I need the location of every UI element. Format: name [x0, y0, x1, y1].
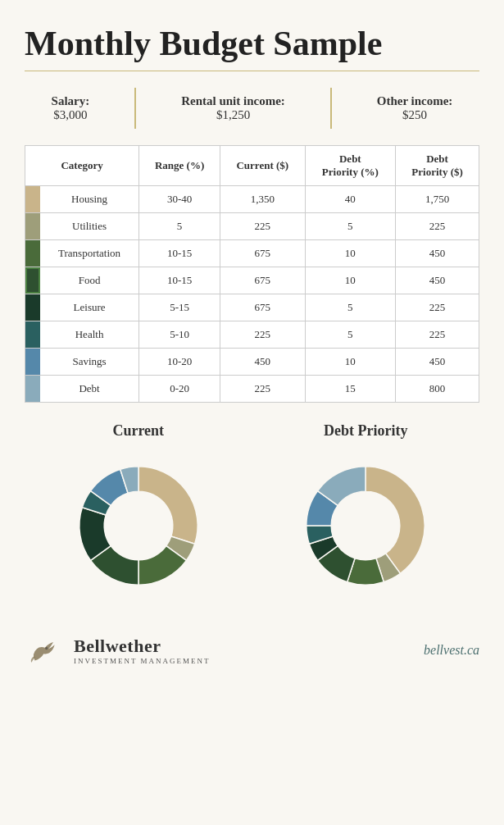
td-current: 675 [220, 294, 305, 321]
current-donut-chart [61, 448, 216, 604]
th-dp-dollar: DebtPriority ($) [396, 146, 479, 186]
th-category: Category [25, 146, 139, 186]
website-link: bellvest.ca [424, 643, 479, 658]
rental-amount: $1,250 [181, 108, 285, 122]
debt-chart-title: Debt Priority [324, 422, 407, 440]
color-swatch [25, 213, 40, 239]
td-category-savings: Savings [25, 349, 139, 376]
td-current: 675 [220, 240, 305, 267]
td-current: 675 [220, 267, 305, 294]
td-dp_pct: 5 [305, 294, 396, 321]
page-title: Monthly Budget Sample [25, 25, 479, 62]
other-amount: $250 [377, 108, 453, 122]
table-row: Housing30-401,350401,750 [25, 186, 479, 213]
td-dp_pct: 5 [305, 321, 396, 349]
footer: Bellwether Investment Management bellves… [25, 623, 479, 671]
td-range: 10-20 [139, 349, 220, 376]
td-dp_pct: 40 [305, 186, 396, 213]
category-name: Housing [40, 186, 138, 212]
color-swatch [25, 267, 40, 294]
td-category-transportation: Transportation [25, 240, 139, 267]
debt-chart-container: Debt Priority [288, 422, 443, 604]
category-name: Food [40, 267, 138, 294]
td-category-housing: Housing [25, 186, 139, 213]
td-dp_pct: 15 [305, 376, 396, 403]
td-current: 1,350 [220, 186, 305, 213]
category-name: Transportation [40, 240, 138, 267]
brand-text: Bellwether Investment Management [74, 636, 211, 665]
td-category-debt: Debt [25, 376, 139, 403]
table-row: Health5-102255225 [25, 321, 479, 349]
td-dp_dollar: 800 [396, 376, 479, 403]
td-range: 5 [139, 213, 220, 240]
category-name: Savings [40, 349, 138, 375]
category-name: Utilities [40, 213, 138, 239]
color-swatch [25, 240, 40, 267]
income-divider-2 [330, 88, 332, 129]
color-swatch [25, 349, 40, 375]
td-current: 450 [220, 349, 305, 376]
table-row: Food10-1567510450 [25, 267, 479, 294]
color-swatch [25, 186, 40, 212]
table-row: Debt0-2022515800 [25, 376, 479, 403]
income-rental: Rental unit income: $1,250 [173, 94, 293, 122]
debt-donut-chart [288, 448, 443, 604]
income-section: Salary: $3,000 Rental unit income: $1,25… [25, 88, 479, 129]
td-category-utilities: Utilities [25, 213, 139, 240]
category-name: Leisure [40, 294, 138, 321]
td-dp_dollar: 450 [396, 240, 479, 267]
rental-label: Rental unit income: [181, 94, 285, 108]
td-range: 5-10 [139, 321, 220, 349]
color-swatch [25, 294, 40, 321]
td-dp_pct: 5 [305, 213, 396, 240]
current-chart-title: Current [112, 422, 164, 440]
table-row: Transportation10-1567510450 [25, 240, 479, 267]
td-dp_dollar: 225 [396, 294, 479, 321]
table-row: Savings10-2045010450 [25, 349, 479, 376]
salary-amount: $3,000 [52, 108, 90, 122]
other-label: Other income: [377, 94, 453, 108]
income-other: Other income: $250 [369, 94, 461, 122]
td-range: 0-20 [139, 376, 220, 403]
table-row: Leisure5-156755225 [25, 294, 479, 321]
td-range: 10-15 [139, 240, 220, 267]
title-divider [25, 71, 479, 71]
th-dp-pct: DebtPriority (%) [305, 146, 396, 186]
td-range: 5-15 [139, 294, 220, 321]
td-category-leisure: Leisure [25, 294, 139, 321]
income-salary: Salary: $3,000 [43, 94, 98, 122]
td-category-health: Health [25, 321, 139, 349]
table-header-row: Category Range (%) Current ($) DebtPrior… [25, 146, 479, 186]
td-range: 10-15 [139, 267, 220, 294]
income-divider-1 [134, 88, 136, 129]
current-chart-container: Current [61, 422, 216, 604]
color-swatch [25, 321, 40, 348]
td-category-food: Food [25, 267, 139, 294]
brand-name: Bellwether [74, 636, 211, 657]
bird-icon [25, 630, 66, 671]
budget-table: Category Range (%) Current ($) DebtPrior… [25, 145, 479, 403]
td-dp_pct: 10 [305, 267, 396, 294]
td-current: 225 [220, 376, 305, 403]
charts-section: Current Debt Priority [25, 422, 479, 604]
table-row: Utilities52255225 [25, 213, 479, 240]
brand-left: Bellwether Investment Management [25, 630, 211, 671]
td-dp_dollar: 450 [396, 267, 479, 294]
td-range: 30-40 [139, 186, 220, 213]
brand-sub: Investment Management [74, 657, 211, 665]
td-dp_dollar: 225 [396, 213, 479, 240]
svg-point-0 [45, 647, 48, 650]
th-range: Range (%) [139, 146, 220, 186]
td-dp_dollar: 225 [396, 321, 479, 349]
th-current: Current ($) [220, 146, 305, 186]
td-current: 225 [220, 321, 305, 349]
category-name: Health [40, 321, 138, 348]
td-dp_pct: 10 [305, 349, 396, 376]
salary-label: Salary: [52, 94, 90, 108]
td-dp_dollar: 1,750 [396, 186, 479, 213]
td-dp_pct: 10 [305, 240, 396, 267]
td-current: 225 [220, 213, 305, 240]
category-name: Debt [40, 376, 138, 402]
td-dp_dollar: 450 [396, 349, 479, 376]
color-swatch [25, 376, 40, 402]
